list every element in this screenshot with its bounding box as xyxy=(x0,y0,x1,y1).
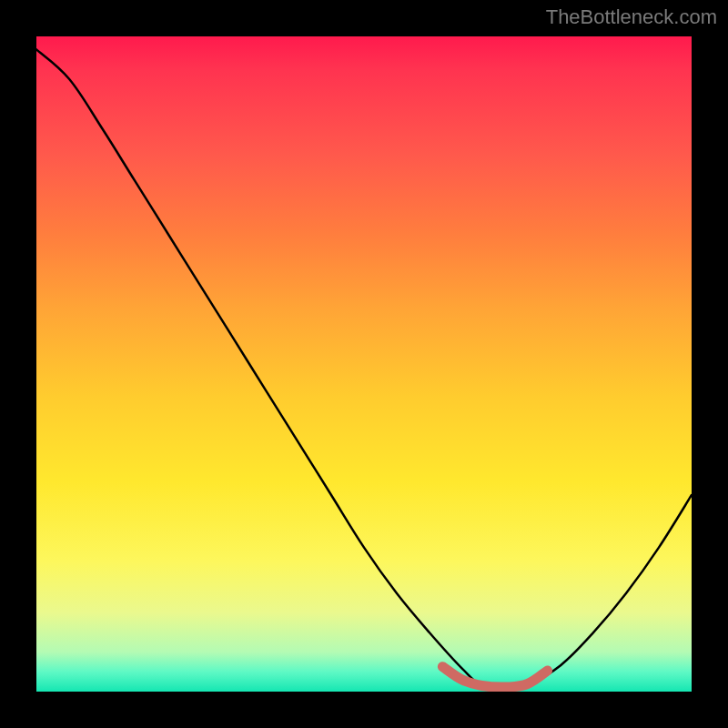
watermark-text: TheBottleneck.com xyxy=(546,5,717,29)
bottleneck-curve-path xyxy=(36,49,692,688)
highlight-band-path xyxy=(442,667,547,687)
chart-plot-area xyxy=(36,36,692,692)
chart-svg xyxy=(36,36,692,692)
